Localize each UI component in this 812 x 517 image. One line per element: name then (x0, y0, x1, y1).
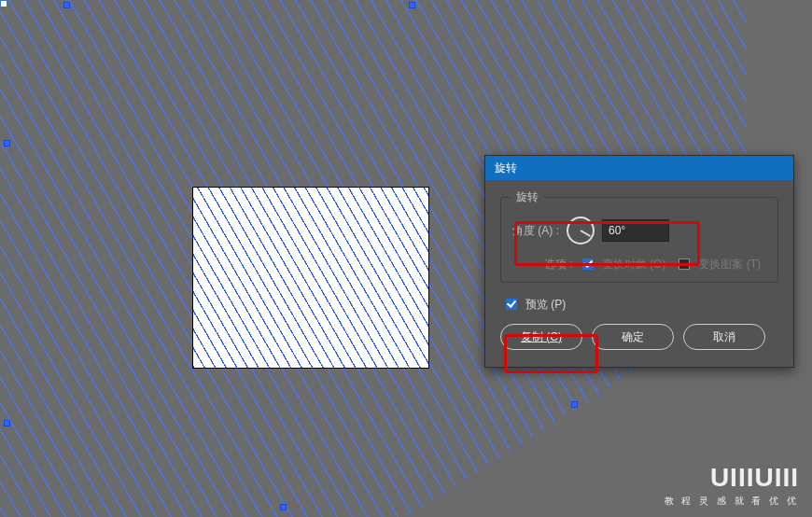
transform-pattern-checkbox (679, 258, 690, 270)
options-row: 选项 : 变换对象 (O) 变换图案 (T) (544, 256, 766, 272)
options-label: 选项 : (544, 257, 573, 272)
watermark: UIIIUIII 教 程 灵 感 就 看 优 优 (665, 463, 799, 508)
angle-dial-icon[interactable] (567, 217, 595, 245)
preview-label: 预览 (P) (525, 297, 566, 313)
preview-row: 预览 (P) (502, 296, 778, 313)
copy-button[interactable]: 复制 (C) (500, 324, 582, 350)
watermark-logo: UIIIUIII (665, 463, 799, 493)
watermark-tagline: 教 程 灵 感 就 看 优 优 (665, 495, 799, 508)
dialog-body: 旋转 角度 (A) : 选项 : 变换对象 (O) 变换图案 (T) (485, 180, 793, 367)
panel-title: 旋转 (511, 189, 544, 205)
preview-checkbox[interactable] (506, 299, 517, 310)
selection-handle[interactable] (4, 420, 10, 426)
selection-handle[interactable] (63, 2, 70, 8)
rotate-panel: 旋转 角度 (A) : 选项 : 变换对象 (O) 变换图案 (T) (500, 197, 778, 283)
cancel-button[interactable]: 取消 (683, 324, 765, 350)
ok-button[interactable]: 确定 (592, 324, 674, 350)
pattern-rectangle[interactable] (192, 187, 429, 369)
transform-object-checkbox[interactable] (582, 258, 594, 270)
angle-row: 角度 (A) : (512, 217, 766, 245)
selection-handle[interactable] (280, 504, 287, 510)
dialog-button-row: 复制 (C) 确定 取消 (500, 324, 778, 350)
angle-input[interactable] (602, 219, 669, 242)
selection-handle[interactable] (409, 2, 415, 8)
transform-object-label: 变换对象 (O) (602, 257, 666, 272)
angle-label: 角度 (A) : (512, 223, 559, 239)
rotate-dialog: 旋转 旋转 角度 (A) : 选项 : 变换对象 (O) (484, 155, 794, 368)
selection-handle[interactable] (571, 401, 578, 408)
diagonal-hatch-icon (193, 188, 428, 368)
transform-pattern-label: 变换图案 (T) (698, 257, 761, 272)
selection-handle[interactable] (4, 140, 10, 147)
app-canvas-area: 旋转 旋转 角度 (A) : 选项 : 变换对象 (O) (0, 0, 812, 517)
dialog-title: 旋转 (495, 161, 517, 176)
dialog-titlebar[interactable]: 旋转 (485, 156, 793, 180)
